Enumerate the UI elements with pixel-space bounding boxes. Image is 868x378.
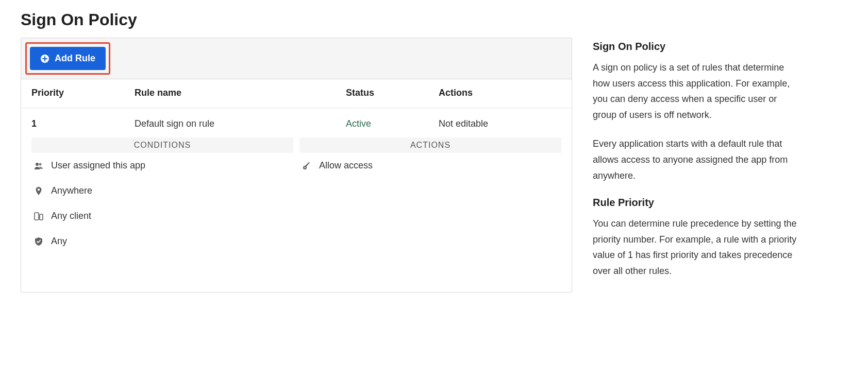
toolbar: Add Rule <box>21 38 572 79</box>
svg-point-6 <box>304 167 306 168</box>
svg-point-2 <box>39 163 42 165</box>
col-header-rulename: Rule name <box>135 88 346 98</box>
table-header: Priority Rule name Status Actions <box>21 79 572 108</box>
shield-check-icon <box>34 236 44 247</box>
action-allow: Allow access <box>299 153 561 178</box>
actions-column: ACTIONS Allow access <box>299 138 561 254</box>
conditions-section-label: CONDITIONS <box>31 138 293 153</box>
devices-icon <box>34 211 44 221</box>
cell-actions: Not editable <box>439 118 561 129</box>
key-icon <box>302 161 312 171</box>
condition-user: User assigned this app <box>31 153 293 178</box>
side-panel: Sign On Policy A sign on policy is a set… <box>593 38 799 293</box>
side-heading-priority: Rule Priority <box>593 197 799 209</box>
conditions-column: CONDITIONS User assigned this app <box>31 138 293 254</box>
condition-location-label: Anywhere <box>51 185 92 196</box>
layout-container: Add Rule Priority Rule name Status Actio… <box>21 38 847 293</box>
svg-rect-7 <box>305 163 308 167</box>
highlight-annotation: Add Rule <box>25 42 110 75</box>
plus-circle-icon <box>40 54 49 63</box>
col-header-status: Status <box>346 88 439 98</box>
col-header-priority: Priority <box>31 88 135 98</box>
action-allow-label: Allow access <box>319 160 373 171</box>
cell-rulename: Default sign on rule <box>135 118 346 129</box>
condition-client: Any client <box>31 203 293 229</box>
condition-any: Any <box>31 229 293 254</box>
table-row[interactable]: 1 Default sign on rule Active Not editab… <box>21 108 572 138</box>
add-rule-label: Add Rule <box>55 53 95 64</box>
side-para: Every application starts with a default … <box>593 136 799 183</box>
actions-section-label: ACTIONS <box>299 138 561 153</box>
svg-rect-4 <box>40 214 43 220</box>
cell-status: Active <box>346 118 439 129</box>
cell-priority: 1 <box>31 118 135 129</box>
condition-client-label: Any client <box>51 211 91 221</box>
side-para: A sign on policy is a set of rules that … <box>593 60 799 123</box>
svg-point-1 <box>36 163 39 166</box>
condition-location: Anywhere <box>31 178 293 203</box>
condition-any-label: Any <box>51 236 67 247</box>
svg-rect-8 <box>308 162 310 164</box>
condition-user-label: User assigned this app <box>51 160 145 171</box>
page-title: Sign On Policy <box>21 10 847 29</box>
add-rule-button[interactable]: Add Rule <box>30 47 106 70</box>
main-panel: Add Rule Priority Rule name Status Actio… <box>21 38 572 293</box>
side-para: You can determine rule precedence by set… <box>593 216 799 279</box>
rule-details: CONDITIONS User assigned this app <box>21 138 572 269</box>
side-heading-signon: Sign On Policy <box>593 41 799 53</box>
col-header-actions: Actions <box>439 88 561 98</box>
location-pin-icon <box>34 186 44 196</box>
users-icon <box>34 161 44 171</box>
svg-rect-3 <box>35 213 39 220</box>
